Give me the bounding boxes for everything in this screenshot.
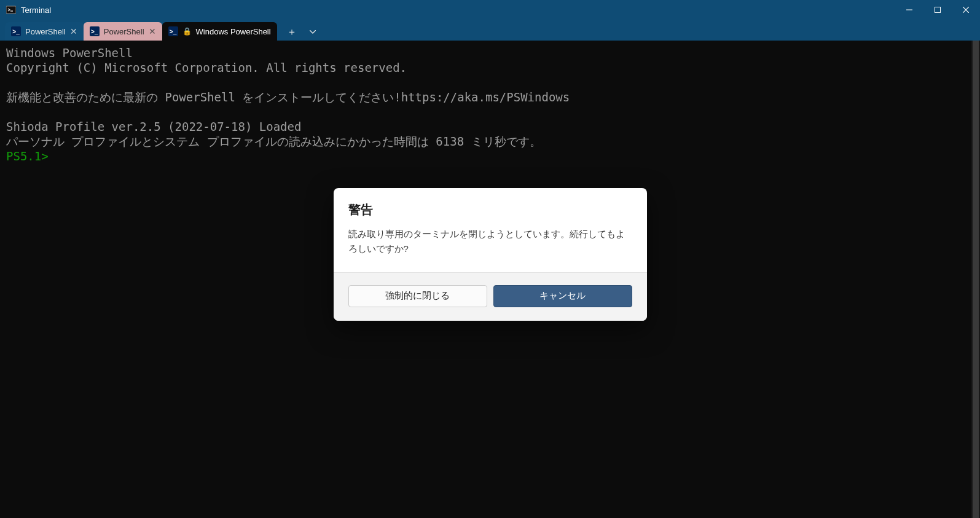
svg-rect-0 [6, 6, 16, 14]
terminal-prompt: PS5.1> [6, 149, 49, 163]
terminal-line: 新機能と改善のために最新の PowerShell をインストールしてください!h… [6, 90, 570, 104]
terminal-app-icon [6, 5, 16, 15]
powershell-icon: >_ [90, 26, 100, 36]
tab-label: PowerShell [25, 27, 66, 36]
tab-dropdown-button[interactable] [304, 23, 321, 41]
minimize-button[interactable] [895, 0, 923, 20]
close-icon[interactable]: ✕ [149, 26, 156, 36]
terminal-content[interactable]: Windows PowerShell Copyright (C) Microso… [0, 41, 980, 168]
window-title: Terminal [21, 6, 51, 15]
terminal-line: パーソナル プロファイルとシステム プロファイルの読み込みにかかった時間は 61… [6, 135, 541, 148]
new-tab-button[interactable]: ＋ [283, 23, 300, 41]
close-icon[interactable]: ✕ [70, 26, 77, 36]
scrollbar[interactable] [971, 41, 980, 518]
tab-label: PowerShell [104, 27, 144, 36]
scrollbar-thumb[interactable] [973, 41, 979, 518]
maximize-button[interactable] [923, 0, 952, 20]
warning-dialog: 警告 読み取り専用のターミナルを閉じようとしています。続行してもよろしいですか?… [334, 188, 647, 321]
close-button[interactable] [952, 0, 980, 20]
lock-icon: 🔒 [182, 27, 192, 36]
tab-powershell-2[interactable]: >_ PowerShell ✕ [84, 22, 162, 41]
dialog-title: 警告 [348, 202, 632, 218]
tab-windows-powershell[interactable]: >_ 🔒 Windows PowerShell [162, 22, 277, 41]
tab-label: Windows PowerShell [196, 27, 271, 36]
tab-powershell-1[interactable]: >_ PowerShell ✕ [5, 22, 84, 41]
force-close-button[interactable]: 強制的に閉じる [348, 285, 487, 307]
dialog-message: 読み取り専用のターミナルを閉じようとしています。続行してもよろしいですか? [348, 227, 632, 256]
svg-rect-3 [935, 7, 941, 13]
terminal-line: Copyright (C) Microsoft Corporation. All… [6, 61, 407, 74]
cancel-button[interactable]: キャンセル [493, 285, 632, 307]
powershell-icon: >_ [11, 26, 21, 36]
terminal-line: Windows PowerShell [6, 46, 133, 60]
window-titlebar: Terminal [0, 0, 980, 20]
powershell-icon: >_ [168, 26, 178, 36]
terminal-line: Shioda Profile ver.2.5 (2022-07-18) Load… [6, 120, 301, 133]
tab-bar: >_ PowerShell ✕ >_ PowerShell ✕ >_ 🔒 Win… [0, 20, 980, 41]
